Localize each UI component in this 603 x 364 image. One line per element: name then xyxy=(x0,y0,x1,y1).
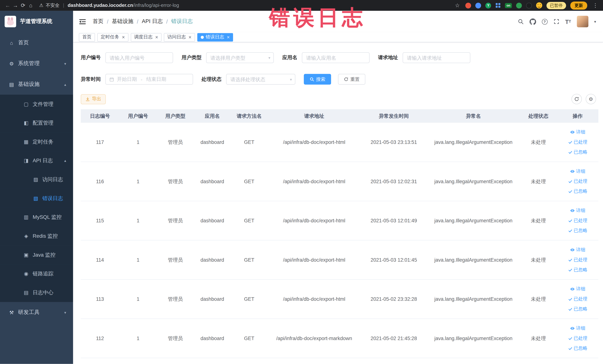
filter-app-name: 应用名 xyxy=(282,52,370,63)
column-header: 日志编号 xyxy=(81,113,119,119)
eye-icon xyxy=(570,169,575,174)
action-processed-link[interactable]: 已处理 xyxy=(568,296,587,302)
reset-button[interactable]: 重置 xyxy=(338,74,365,84)
extension-blue-icon[interactable] xyxy=(475,2,481,8)
tab-close-icon[interactable]: × xyxy=(227,35,230,40)
sidebar-item-config-mgmt[interactable]: ◧配置管理 xyxy=(0,114,73,132)
search-button[interactable]: 搜索 xyxy=(304,74,331,84)
sidebar-item-mysql-monitor[interactable]: ▥MySQL 监控 xyxy=(0,208,73,227)
extension-grid-icon[interactable] xyxy=(496,3,501,8)
user-id-input[interactable] xyxy=(105,52,173,63)
sidebar-item-file-mgmt[interactable]: ▢文件管理 xyxy=(0,94,73,114)
sidebar-item-dev-tools[interactable]: ⚒研发工具▾ xyxy=(0,302,73,323)
cell-app: dashboard xyxy=(194,257,231,263)
sidebar-item-redis-monitor[interactable]: ◈Redis 监控 xyxy=(0,227,73,246)
action-processed-link[interactable]: 已处理 xyxy=(568,178,587,185)
action-detail-link[interactable]: 详细 xyxy=(570,325,585,331)
sidebar-item-infrastructure[interactable]: ▤基础设施▴ xyxy=(0,74,73,94)
extension-on-badge[interactable]: on xyxy=(505,3,512,8)
action-detail-link[interactable]: 详细 xyxy=(570,168,585,175)
tab-close-icon[interactable]: × xyxy=(122,35,125,40)
help-icon[interactable] xyxy=(542,19,547,24)
address-bar[interactable]: dashboard.yudao.iocoder.cn /infra/log/ap… xyxy=(68,3,179,8)
sidebar-item-api-log[interactable]: ◨API 日志▴ xyxy=(0,151,73,170)
action-processed-link[interactable]: 已处理 xyxy=(568,217,587,224)
date-range-picker[interactable]: 开始日期 - 结束日期 xyxy=(105,74,193,84)
back-icon[interactable]: ← xyxy=(4,2,12,8)
download-icon xyxy=(85,97,90,101)
action-ignored-link[interactable]: 已忽略 xyxy=(568,188,587,195)
tab-0[interactable]: 首页 xyxy=(79,33,95,41)
extension-y-icon[interactable]: Y xyxy=(486,2,491,8)
extension-paw-icon[interactable] xyxy=(526,2,532,8)
github-icon[interactable] xyxy=(529,18,536,25)
extension-sprout-icon[interactable] xyxy=(516,2,522,8)
action-processed-link[interactable]: 已处理 xyxy=(568,335,587,341)
sidebar-item-system-mgmt[interactable]: ⚙系统管理▾ xyxy=(0,53,73,74)
action-detail-link[interactable]: 详细 xyxy=(570,247,585,253)
home-icon[interactable]: ⌂ xyxy=(27,2,35,8)
user-type-select[interactable] xyxy=(206,52,274,63)
sidebar-item-label: 日志中心 xyxy=(33,289,53,296)
sidebar-item-log-center[interactable]: ▤日志中心 xyxy=(0,283,73,302)
profile-smiley-icon[interactable] xyxy=(536,2,542,8)
column-settings-button[interactable]: ⚙ xyxy=(586,94,596,104)
chrome-menu-icon[interactable]: ⋮ xyxy=(591,2,599,8)
action-ignored-link[interactable]: 已忽略 xyxy=(568,306,587,312)
bookmark-star-icon[interactable]: ☆ xyxy=(453,2,461,8)
avatar-caret-icon[interactable]: ▾ xyxy=(594,20,596,24)
extension-red-icon[interactable] xyxy=(465,2,471,8)
breadcrumb-current: 错误日志 xyxy=(171,18,193,25)
breadcrumb-home[interactable]: 首页 xyxy=(93,18,104,25)
sync-paused-badge[interactable]: 已暂停 xyxy=(546,2,566,9)
action-processed-link[interactable]: 已处理 xyxy=(568,257,587,263)
request-url-input[interactable] xyxy=(403,52,470,63)
scheduled-tasks-icon: ▦ xyxy=(23,139,29,145)
cell-status: 未处理 xyxy=(520,139,557,146)
action-processed-link[interactable]: 已处理 xyxy=(568,139,587,145)
sidebar-item-home[interactable]: ⌂首页 xyxy=(0,32,73,53)
process-status-select[interactable] xyxy=(226,74,295,84)
tab-1[interactable]: 定时任务× xyxy=(97,33,128,41)
action-detail-link[interactable]: 详细 xyxy=(570,286,585,292)
tab-close-icon[interactable]: × xyxy=(155,35,158,40)
table-row: 1161管理员dashboardGET/api/infra/db-doc/exp… xyxy=(81,162,598,201)
forward-icon[interactable]: → xyxy=(12,2,19,8)
menu-fold-icon[interactable] xyxy=(79,19,86,24)
action-detail-link[interactable]: 详细 xyxy=(570,207,585,214)
update-button[interactable]: 更新 xyxy=(570,1,587,10)
app-logo[interactable]: 芋道管理系统 xyxy=(0,11,73,32)
font-size-icon[interactable]: TT xyxy=(565,19,571,24)
breadcrumb-apilog[interactable]: API 日志 xyxy=(142,18,163,25)
export-button-label: 导出 xyxy=(92,96,101,102)
cell-exception: java.lang.IllegalArgumentException xyxy=(427,335,520,341)
action-ignored-link[interactable]: 已忽略 xyxy=(568,227,587,234)
access-log-icon: ▨ xyxy=(33,176,39,182)
action-detail-link[interactable]: 详细 xyxy=(570,129,585,135)
sidebar-item-java-monitor[interactable]: ▣Java 监控 xyxy=(0,246,73,264)
tab-4[interactable]: 错误日志× xyxy=(197,33,233,41)
tab-3[interactable]: 访问日志× xyxy=(164,33,195,41)
cell-method: GET xyxy=(231,139,268,145)
annotation-overlay: 错误日志 xyxy=(269,4,366,32)
tab-close-icon[interactable]: × xyxy=(188,35,191,40)
filter-row-2: 异常时间 开始日期 - 结束日期 处理状态 ▾ 搜索 xyxy=(81,74,598,84)
action-ignored-link[interactable]: 已忽略 xyxy=(568,149,587,155)
sidebar-item-trace[interactable]: ◉链路追踪 xyxy=(0,264,73,283)
export-button[interactable]: 导出 xyxy=(81,94,106,104)
action-ignored-link[interactable]: 已忽略 xyxy=(568,345,587,352)
user-avatar[interactable] xyxy=(577,16,588,27)
tab-2[interactable]: 调度日志× xyxy=(131,33,162,41)
fullscreen-icon[interactable] xyxy=(553,19,559,25)
search-icon[interactable] xyxy=(518,19,524,25)
action-ignored-link[interactable]: 已忽略 xyxy=(568,267,587,273)
app-name-input[interactable] xyxy=(302,52,370,63)
cell-log-id: 114 xyxy=(81,257,119,263)
site-security-chip[interactable]: ⚠ 不安全 xyxy=(39,2,59,9)
breadcrumb-infra[interactable]: 基础设施 xyxy=(112,18,133,25)
sidebar-item-error-log[interactable]: ▧错误日志 xyxy=(0,189,73,208)
reload-icon[interactable]: ⟳ xyxy=(19,2,27,8)
sidebar-item-access-log[interactable]: ▨访问日志 xyxy=(0,170,73,189)
sidebar-item-scheduled-tasks[interactable]: ▦定时任务 xyxy=(0,132,73,151)
refresh-circle-button[interactable] xyxy=(571,94,582,104)
